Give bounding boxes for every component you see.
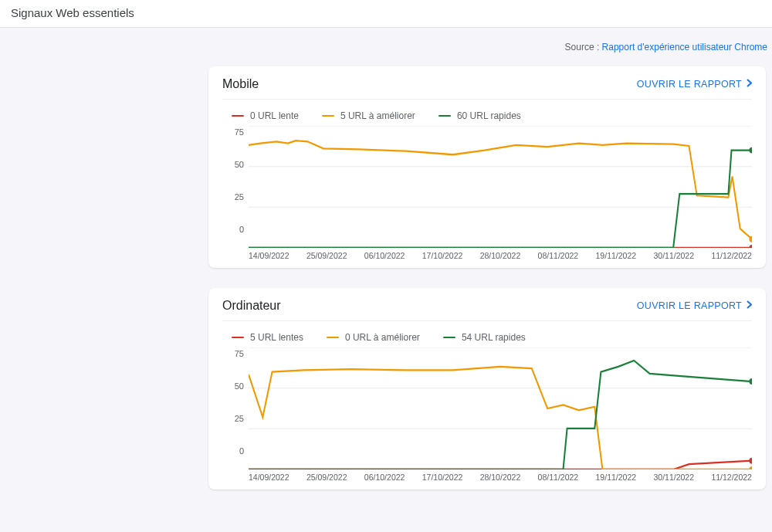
svg-point-6 bbox=[749, 147, 752, 154]
line-fast bbox=[249, 151, 752, 248]
chevron-right-icon bbox=[747, 300, 752, 311]
chart-mobile: 7550250 bbox=[222, 126, 752, 248]
chevron-right-icon bbox=[747, 79, 752, 90]
svg-point-13 bbox=[749, 378, 752, 385]
source-line: Source : Rapport d'expérience utilisateu… bbox=[0, 28, 772, 53]
card-mobile: Mobile OUVRIR LE RAPPORT 0 URL lente 5 U… bbox=[208, 66, 766, 268]
open-report-label: OUVRIR LE RAPPORT bbox=[637, 300, 742, 311]
open-report-desktop[interactable]: OUVRIR LE RAPPORT bbox=[637, 300, 752, 311]
card-desktop: Ordinateur OUVRIR LE RAPPORT 5 URL lente… bbox=[208, 288, 766, 490]
chart-desktop: 7550250 bbox=[222, 347, 752, 469]
x-axis-mobile: 14/09/202225/09/202206/10/202217/10/2022… bbox=[222, 248, 752, 260]
svg-point-12 bbox=[749, 466, 752, 469]
legend-item-improve: 5 URL à améliorer bbox=[322, 110, 415, 121]
card-title-mobile: Mobile bbox=[222, 77, 259, 91]
line-fast bbox=[249, 361, 752, 469]
legend-item-fast: 60 URL rapides bbox=[438, 110, 521, 121]
legend-mobile: 0 URL lente 5 URL à améliorer 60 URL rap… bbox=[222, 100, 752, 126]
svg-point-4 bbox=[749, 245, 752, 248]
open-report-mobile[interactable]: OUVRIR LE RAPPORT bbox=[637, 79, 752, 90]
svg-point-11 bbox=[749, 458, 752, 464]
legend-item-slow: 0 URL lente bbox=[232, 110, 299, 121]
open-report-label: OUVRIR LE RAPPORT bbox=[637, 79, 742, 90]
x-axis-desktop: 14/09/202225/09/202206/10/202217/10/2022… bbox=[222, 469, 752, 482]
source-link[interactable]: Rapport d'expérience utilisateur Chrome bbox=[602, 42, 767, 53]
y-axis: 7550250 bbox=[222, 347, 249, 469]
legend-item-slow: 5 URL lentes bbox=[232, 332, 303, 343]
line-improve bbox=[249, 367, 752, 469]
line-slow bbox=[249, 461, 752, 469]
card-title-desktop: Ordinateur bbox=[222, 299, 281, 313]
source-prefix: Source : bbox=[565, 42, 602, 53]
legend-item-improve: 0 URL à améliorer bbox=[327, 332, 420, 343]
legend-item-fast: 54 URL rapides bbox=[443, 332, 526, 343]
y-axis: 7550250 bbox=[222, 126, 249, 248]
legend-desktop: 5 URL lentes 0 URL à améliorer 54 URL ra… bbox=[222, 321, 752, 347]
page-title: Signaux Web essentiels bbox=[0, 0, 772, 28]
